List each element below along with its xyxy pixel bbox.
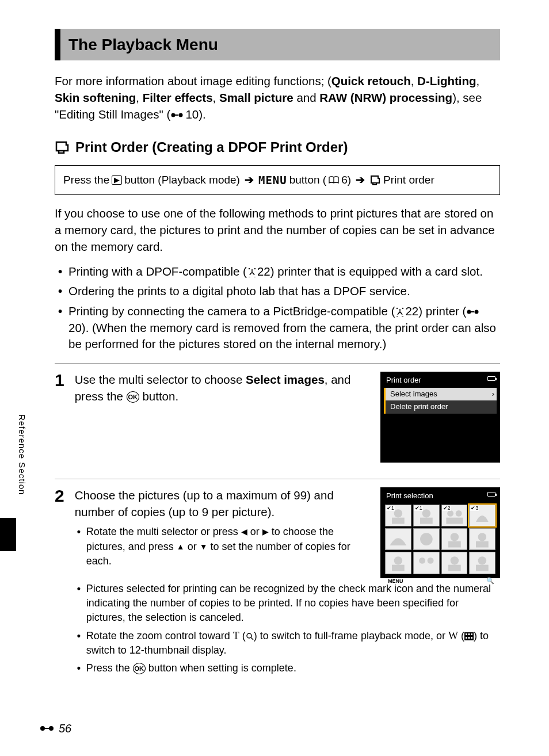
svg-rect-35	[471, 633, 472, 635]
list-item: Pictures selected for printing can be re…	[75, 582, 500, 625]
svg-rect-40	[43, 728, 49, 729]
list-item: Ordering the prints to a digital photo l…	[55, 283, 500, 300]
svg-point-15	[455, 510, 462, 517]
svg-point-26	[450, 557, 458, 565]
svg-point-5	[396, 308, 398, 309]
thumbnail	[469, 528, 495, 550]
svg-point-2	[179, 113, 183, 117]
list-item: Printing by connecting the camera to a P…	[55, 303, 500, 353]
down-arrow-icon: ▼	[200, 542, 208, 551]
thumbnail-grid: ✔1 ✔1 ✔2 ✔3	[383, 503, 498, 575]
svg-rect-19	[448, 541, 461, 548]
svg-rect-1	[173, 114, 178, 116]
svg-rect-37	[468, 637, 470, 639]
list-item: Rotate the multi selector or press ◀ or …	[75, 525, 370, 568]
thumbnail-grid-icon	[464, 632, 474, 640]
svg-rect-33	[466, 633, 467, 635]
svg-rect-13	[420, 518, 433, 524]
navigation-path-box: Press the ▶ button (Playback mode) ➔ MEN…	[55, 165, 500, 196]
svg-rect-11	[392, 518, 405, 524]
explanation-paragraph: If you choose to use one of the followin…	[55, 205, 500, 255]
svg-rect-36	[466, 637, 467, 639]
glossary-icon	[247, 267, 257, 277]
svg-rect-8	[469, 311, 474, 312]
svg-point-12	[422, 509, 430, 517]
camera-screen-print-order: Print order Select images Delete print o…	[380, 372, 500, 463]
svg-point-10	[394, 509, 402, 517]
reference-icon	[39, 724, 56, 733]
step-number: 1	[55, 372, 64, 463]
playback-button-icon: ▶	[112, 175, 122, 185]
thumbnail: ✔1	[413, 505, 440, 526]
reference-icon	[466, 308, 481, 316]
page-title: The Playback Menu	[68, 36, 218, 54]
book-icon	[329, 176, 339, 184]
svg-point-6	[402, 308, 403, 309]
step-2-heading: Choose the pictures (up to a maximum of …	[75, 487, 370, 520]
menu-option: Delete print order	[384, 400, 497, 413]
thumbnail	[441, 528, 468, 550]
menu-option-selected: Select images	[384, 388, 497, 400]
thumbnail: ✔1	[385, 505, 411, 526]
svg-point-4	[254, 268, 256, 269]
svg-rect-38	[471, 637, 472, 639]
intro-paragraph: For more information about image editing…	[55, 73, 500, 123]
section-heading: Print Order (Creating a DPOF Print Order…	[55, 138, 500, 157]
thumbnail	[413, 528, 440, 550]
svg-rect-16	[446, 518, 463, 524]
reference-icon	[170, 111, 185, 119]
screen-title: Print order	[383, 375, 498, 388]
glossary-icon	[395, 307, 405, 317]
thumbnail-selected: ✔3	[469, 505, 495, 526]
svg-point-24	[419, 558, 425, 564]
svg-point-17	[420, 533, 433, 545]
thumbnail	[385, 552, 411, 574]
left-arrow-icon: ◀	[241, 528, 247, 537]
method-list: Printing with a DPOF-compatible (22) pri…	[55, 264, 500, 353]
up-arrow-icon: ▲	[177, 542, 185, 551]
camera-screen-print-selection: Print selection ✔1 ✔1 ✔2 ✔3	[380, 487, 500, 578]
svg-rect-29	[476, 565, 489, 571]
thumbnail	[441, 552, 468, 574]
svg-rect-23	[392, 565, 405, 571]
arrow-icon: ➔	[356, 173, 365, 188]
right-arrow-icon: ▶	[262, 528, 269, 537]
svg-point-25	[427, 558, 433, 564]
screen-title: Print selection	[383, 491, 498, 503]
menu-button-label: MENU	[258, 173, 287, 188]
list-item: Rotate the zoom control toward T () to s…	[75, 629, 500, 658]
thumbnail	[413, 552, 440, 574]
svg-rect-34	[468, 633, 470, 635]
battery-icon	[487, 376, 495, 381]
svg-point-30	[247, 633, 251, 638]
svg-rect-21	[476, 541, 489, 548]
step-number: 2	[55, 487, 64, 679]
list-item: Press the OK button when setting is comp…	[75, 661, 500, 675]
step-2: 2 Choose the pictures (up to a maximum o…	[55, 487, 500, 679]
svg-line-31	[251, 637, 253, 640]
thumbnail: ✔2	[441, 505, 468, 526]
svg-point-3	[249, 268, 250, 269]
svg-point-20	[478, 533, 486, 541]
page-number: 56	[39, 720, 71, 736]
step-1: 1 Use the multi selector to choose Selec…	[55, 372, 500, 463]
svg-point-18	[450, 533, 458, 541]
svg-rect-27	[448, 565, 461, 571]
svg-point-28	[478, 557, 486, 565]
svg-point-14	[447, 510, 453, 517]
print-order-icon	[55, 140, 70, 154]
magnify-icon	[246, 632, 254, 640]
svg-point-22	[394, 557, 402, 565]
thumbnail	[469, 552, 495, 574]
svg-point-9	[475, 310, 479, 314]
page-title-bar: The Playback Menu	[55, 29, 500, 60]
ok-button-icon: OK	[133, 663, 146, 674]
battery-icon	[487, 492, 495, 497]
arrow-icon: ➔	[245, 173, 254, 188]
list-item: Printing with a DPOF-compatible (22) pri…	[55, 264, 500, 280]
print-order-small-icon	[369, 175, 381, 185]
ok-button-icon: OK	[127, 391, 139, 403]
svg-point-41	[49, 726, 54, 731]
step-1-text: Use the multi selector to choose Select …	[75, 372, 370, 463]
thumbnail	[385, 528, 411, 550]
